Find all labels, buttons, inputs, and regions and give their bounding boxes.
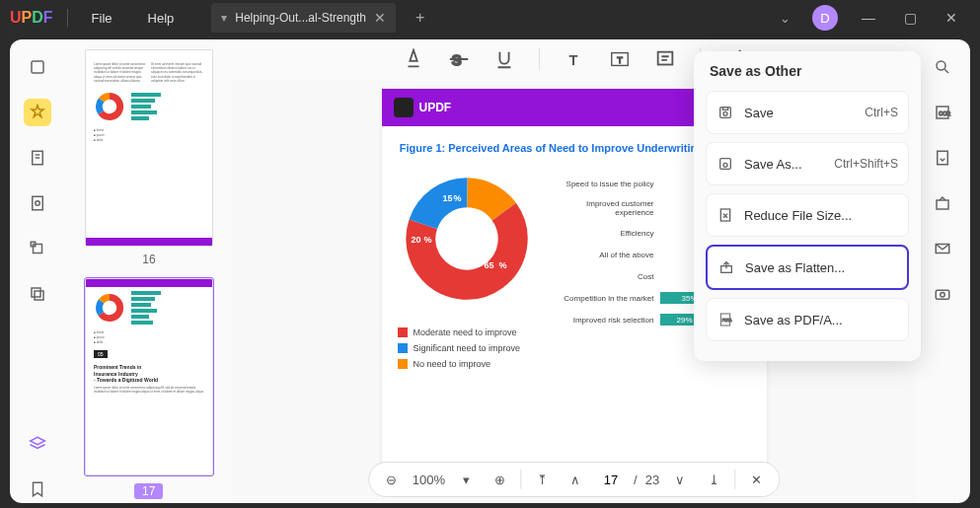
svg-point-43 xyxy=(723,163,727,167)
svg-marker-10 xyxy=(31,437,45,445)
svg-text:T: T xyxy=(617,55,623,65)
thumbnail-page-17[interactable]: ■ lorem■ ipsum■ dolor 05 Prominent Trend… xyxy=(85,278,213,475)
zoom-level: 100% xyxy=(413,472,445,487)
underline-icon[interactable] xyxy=(493,48,515,70)
crop-tool-icon[interactable] xyxy=(24,235,51,262)
svg-point-40 xyxy=(723,111,727,115)
app-logo: UPDF xyxy=(10,9,53,27)
page-number-input[interactable] xyxy=(596,472,626,487)
svg-point-38 xyxy=(941,293,945,298)
last-page-button[interactable]: ⤓ xyxy=(701,467,726,492)
brand-icon xyxy=(394,98,414,117)
close-tab-icon[interactable]: ✕ xyxy=(374,10,386,26)
bookmark-icon[interactable] xyxy=(24,475,51,503)
zoom-out-button[interactable]: ⊖ xyxy=(379,467,405,492)
thumbnail-page-16[interactable]: Lorem ipsum dolor sit amet consectetur a… xyxy=(85,49,213,247)
search-icon[interactable] xyxy=(929,53,956,81)
redact-tool-icon[interactable] xyxy=(24,280,51,308)
convert-icon[interactable] xyxy=(929,144,956,172)
svg-text:PDF/A: PDF/A xyxy=(722,319,733,323)
svg-rect-41 xyxy=(722,108,727,110)
chart-legend: Moderate need to improve Significant nee… xyxy=(398,327,536,369)
prev-page-button[interactable]: ∧ xyxy=(563,467,588,492)
comment-tool-icon[interactable] xyxy=(24,99,51,126)
first-page-button[interactable]: ⤒ xyxy=(529,467,555,492)
thumbnail-label-17: 17 xyxy=(85,481,213,503)
close-window-button[interactable]: ✕ xyxy=(931,3,972,33)
svg-text:OCR: OCR xyxy=(939,110,950,116)
zoom-dropdown[interactable]: ▾ xyxy=(453,467,479,492)
panel-title: Save as Other xyxy=(706,63,909,79)
svg-point-5 xyxy=(36,201,40,206)
add-tab-button[interactable]: + xyxy=(406,9,434,27)
zoom-in-button[interactable]: ⊕ xyxy=(487,467,512,492)
reduce-file-size-button[interactable]: Reduce File Size... xyxy=(706,193,909,237)
document-tab[interactable]: ▾ Helping-Out...al-Strength ✕ xyxy=(211,3,396,33)
donut-value-significant: 20 xyxy=(412,235,421,245)
thumbnail-panel: Lorem ipsum dolor sit amet consectetur a… xyxy=(65,39,233,503)
text-icon[interactable]: T xyxy=(564,48,585,70)
save-as-flatten-button[interactable]: Save as Flatten... xyxy=(706,245,909,290)
menu-help[interactable]: Help xyxy=(130,11,192,26)
close-nav-button[interactable]: ✕ xyxy=(743,467,769,492)
note-icon[interactable] xyxy=(654,48,676,70)
svg-rect-9 xyxy=(35,291,43,300)
save-as-other-panel: Save as Other Save Ctrl+S Save As... Ctr… xyxy=(694,51,921,361)
save-as-icon xyxy=(716,155,734,173)
email-icon[interactable] xyxy=(929,235,956,262)
save-as-pdfa-button[interactable]: PDF/A Save as PDF/A... xyxy=(706,298,909,341)
organize-tool-icon[interactable] xyxy=(24,189,51,217)
chevron-down-icon[interactable]: ⌄ xyxy=(780,11,791,26)
edit-tool-icon[interactable] xyxy=(24,144,51,172)
donut-value-moderate: 65 xyxy=(485,260,494,270)
share-icon[interactable] xyxy=(929,189,956,217)
svg-rect-24 xyxy=(657,52,672,65)
strikethrough-icon[interactable]: S xyxy=(448,48,470,70)
pdfa-icon: PDF/A xyxy=(716,311,734,328)
svg-rect-35 xyxy=(937,200,948,209)
thumbnail-label-16: 16 xyxy=(85,253,213,266)
flatten-icon xyxy=(717,258,735,276)
svg-rect-34 xyxy=(938,151,948,165)
menu-file[interactable]: File xyxy=(74,11,130,26)
textbox-icon[interactable]: T xyxy=(609,48,631,70)
camera-icon[interactable] xyxy=(929,280,956,308)
highlight-icon[interactable] xyxy=(403,48,424,70)
brand-label: UPDF xyxy=(419,101,452,114)
donut-chart: 65% 20% 15% xyxy=(398,170,536,308)
svg-rect-6 xyxy=(34,245,42,254)
svg-point-30 xyxy=(937,61,945,70)
ocr-icon[interactable]: OCR xyxy=(929,99,956,126)
maximize-button[interactable]: ▢ xyxy=(889,3,931,33)
save-button[interactable]: Save Ctrl+S xyxy=(706,91,909,134)
svg-rect-8 xyxy=(32,288,40,297)
layers-icon[interactable] xyxy=(24,430,51,458)
save-as-button[interactable]: Save As... Ctrl+Shift+S xyxy=(706,142,909,185)
reduce-icon xyxy=(716,206,734,224)
svg-line-31 xyxy=(944,69,948,73)
minimize-button[interactable]: — xyxy=(848,3,889,33)
donut-value-none: 15 xyxy=(443,193,453,203)
save-icon xyxy=(716,104,734,121)
svg-text:T: T xyxy=(568,52,577,68)
page-navigation-bar: ⊖ 100% ▾ ⊕ ⤒ ∧ / 23 ∨ ⤓ ✕ xyxy=(368,462,780,497)
avatar[interactable]: D xyxy=(812,5,838,31)
tab-title: Helping-Out...al-Strength xyxy=(235,11,366,25)
svg-rect-4 xyxy=(33,196,43,210)
svg-rect-37 xyxy=(936,290,949,299)
reader-tool-icon[interactable] xyxy=(24,53,51,81)
svg-rect-0 xyxy=(32,61,43,73)
total-pages: 23 xyxy=(645,472,659,487)
next-page-button[interactable]: ∨ xyxy=(667,467,693,492)
